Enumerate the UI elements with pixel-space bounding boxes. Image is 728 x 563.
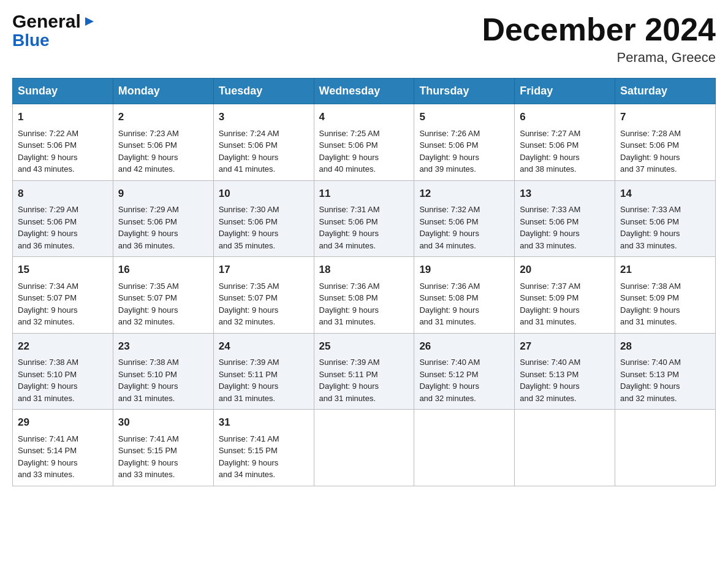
day-number: 29 [18,415,108,431]
day-number: 20 [520,262,610,278]
sunrise-label: Sunrise: 7:41 AM [118,434,179,443]
sunrise-label: Sunrise: 7:41 AM [219,434,279,443]
daylight-label: Daylight: 9 hours [419,305,479,315]
daylight-value: and 35 minutes. [219,241,276,250]
calendar-week-row-5: 29 Sunrise: 7:41 AM Sunset: 5:14 PM Dayl… [13,410,716,486]
sunrise-label: Sunrise: 7:36 AM [319,282,380,291]
day-number: 5 [419,109,509,125]
daylight-label: Daylight: 9 hours [419,153,479,162]
daylight-label: Daylight: 9 hours [419,381,479,391]
sunset-label: Sunset: 5:06 PM [118,217,177,226]
sunset-label: Sunset: 5:09 PM [620,293,679,302]
daylight-label: Daylight: 9 hours [18,305,78,315]
daylight-value: and 31 minutes. [319,394,376,403]
sunrise-label: Sunrise: 7:34 AM [18,282,78,291]
sunset-label: Sunset: 5:12 PM [419,370,478,379]
daylight-value: and 31 minutes. [118,394,175,403]
day-number: 7 [620,109,710,125]
col-saturday: Saturday [615,79,716,104]
col-wednesday: Wednesday [314,79,414,104]
day-number: 23 [118,339,208,354]
calendar-cell: 13 Sunrise: 7:33 AM Sunset: 5:06 PM Dayl… [515,180,615,257]
day-number: 9 [118,186,208,202]
daylight-label: Daylight: 9 hours [319,153,379,162]
sunset-label: Sunset: 5:06 PM [419,217,478,226]
sunrise-label: Sunrise: 7:39 AM [219,358,279,367]
sunset-label: Sunset: 5:13 PM [520,370,578,379]
sunrise-label: Sunrise: 7:24 AM [219,129,279,138]
calendar-table: Sunday Monday Tuesday Wednesday Thursday… [12,78,716,486]
sunset-label: Sunset: 5:08 PM [319,293,378,302]
day-number: 6 [520,109,610,125]
sunset-label: Sunset: 5:06 PM [319,140,378,150]
daylight-value: and 40 minutes. [319,164,376,174]
day-number: 22 [18,339,108,354]
daylight-value: and 32 minutes. [18,317,75,326]
daylight-value: and 31 minutes. [620,317,677,326]
calendar-cell: 7 Sunrise: 7:28 AM Sunset: 5:06 PM Dayli… [615,104,716,181]
sunrise-label: Sunrise: 7:40 AM [520,358,580,367]
daylight-label: Daylight: 9 hours [118,229,178,238]
daylight-value: and 33 minutes. [620,241,677,250]
sunrise-label: Sunrise: 7:29 AM [118,205,179,214]
calendar-week-row-2: 8 Sunrise: 7:29 AM Sunset: 5:06 PM Dayli… [13,180,716,257]
sunset-label: Sunset: 5:07 PM [18,293,77,302]
sunrise-label: Sunrise: 7:38 AM [18,358,78,367]
sunrise-label: Sunrise: 7:25 AM [319,129,380,138]
sunset-label: Sunset: 5:11 PM [219,370,278,379]
sunrise-label: Sunrise: 7:33 AM [620,205,681,214]
col-thursday: Thursday [414,79,515,104]
daylight-label: Daylight: 9 hours [620,229,680,238]
sunset-label: Sunset: 5:06 PM [319,217,378,226]
daylight-value: and 34 minutes. [219,470,276,479]
sunrise-label: Sunrise: 7:40 AM [620,358,681,367]
col-monday: Monday [113,79,213,104]
sunrise-label: Sunrise: 7:39 AM [319,358,380,367]
calendar-cell: 27 Sunrise: 7:40 AM Sunset: 5:13 PM Dayl… [515,333,615,410]
day-number: 11 [319,186,409,202]
title-block: December 2024 Perama, Greece [482,12,716,66]
sunrise-label: Sunrise: 7:30 AM [219,205,279,214]
day-number: 27 [520,339,610,354]
daylight-value: and 38 minutes. [520,164,577,174]
sunset-label: Sunset: 5:14 PM [18,446,77,455]
calendar-cell: 8 Sunrise: 7:29 AM Sunset: 5:06 PM Dayli… [13,180,113,257]
sunrise-label: Sunrise: 7:26 AM [419,129,480,138]
calendar-cell: 20 Sunrise: 7:37 AM Sunset: 5:09 PM Dayl… [515,257,615,334]
day-number: 10 [219,186,309,202]
daylight-label: Daylight: 9 hours [520,381,580,391]
daylight-label: Daylight: 9 hours [520,153,580,162]
daylight-label: Daylight: 9 hours [18,458,78,467]
daylight-label: Daylight: 9 hours [18,381,78,391]
svg-marker-0 [85,17,94,26]
sunrise-label: Sunrise: 7:28 AM [620,129,681,138]
daylight-value: and 32 minutes. [419,394,476,403]
daylight-value: and 43 minutes. [18,164,75,174]
calendar-cell: 31 Sunrise: 7:41 AM Sunset: 5:15 PM Dayl… [213,410,314,486]
sunrise-label: Sunrise: 7:27 AM [520,129,580,138]
daylight-label: Daylight: 9 hours [118,381,178,391]
sunrise-label: Sunrise: 7:29 AM [18,205,78,214]
daylight-label: Daylight: 9 hours [419,229,479,238]
daylight-value: and 32 minutes. [118,317,175,326]
daylight-value: and 32 minutes. [520,394,577,403]
sunrise-label: Sunrise: 7:32 AM [419,205,480,214]
calendar-week-row-4: 22 Sunrise: 7:38 AM Sunset: 5:10 PM Dayl… [13,333,716,410]
sunrise-label: Sunrise: 7:33 AM [520,205,580,214]
sunrise-label: Sunrise: 7:35 AM [118,282,179,291]
sunset-label: Sunset: 5:15 PM [118,446,177,455]
day-number: 17 [219,262,309,278]
sunset-label: Sunset: 5:06 PM [620,217,679,226]
daylight-value: and 32 minutes. [219,317,276,326]
daylight-label: Daylight: 9 hours [219,381,279,391]
daylight-label: Daylight: 9 hours [219,458,279,467]
calendar-cell: 1 Sunrise: 7:22 AM Sunset: 5:06 PM Dayli… [13,104,113,181]
daylight-label: Daylight: 9 hours [118,153,178,162]
daylight-label: Daylight: 9 hours [520,305,580,315]
calendar-cell: 28 Sunrise: 7:40 AM Sunset: 5:13 PM Dayl… [615,333,716,410]
sunset-label: Sunset: 5:11 PM [319,370,378,379]
sunset-label: Sunset: 5:06 PM [620,140,679,150]
day-number: 14 [620,186,710,202]
daylight-label: Daylight: 9 hours [219,229,279,238]
day-number: 12 [419,186,509,202]
